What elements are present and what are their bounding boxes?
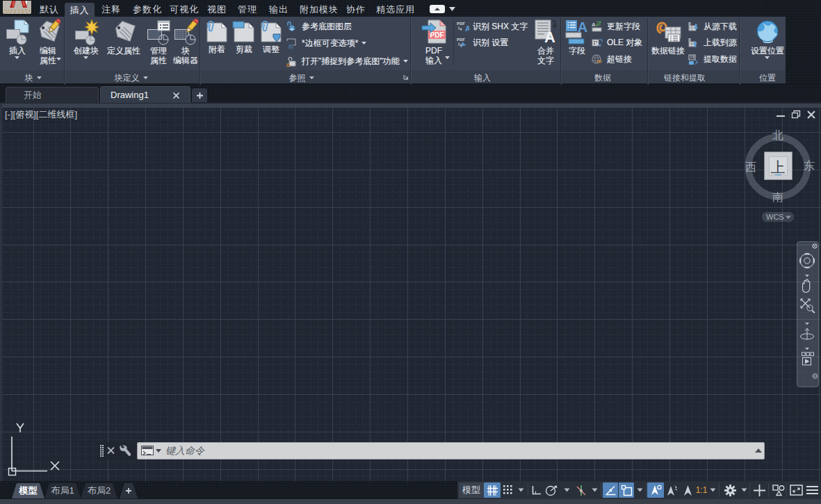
svg-text:上: 上	[771, 159, 786, 175]
svg-text:西: 西	[745, 161, 756, 173]
svg-text:WCS: WCS	[766, 213, 784, 221]
svg-text:A: A	[544, 29, 555, 45]
svg-text:东: 东	[804, 160, 815, 172]
svg-text:PDF: PDF	[457, 38, 465, 42]
svg-text:A: A	[465, 24, 469, 33]
svg-text:PDF: PDF	[457, 22, 465, 26]
svg-text:(I): (I)	[288, 44, 293, 49]
svg-text:北: 北	[772, 129, 783, 141]
svg-text:A: A	[592, 22, 596, 28]
svg-text:PDF: PDF	[430, 31, 444, 39]
svg-text:南: 南	[772, 191, 783, 203]
